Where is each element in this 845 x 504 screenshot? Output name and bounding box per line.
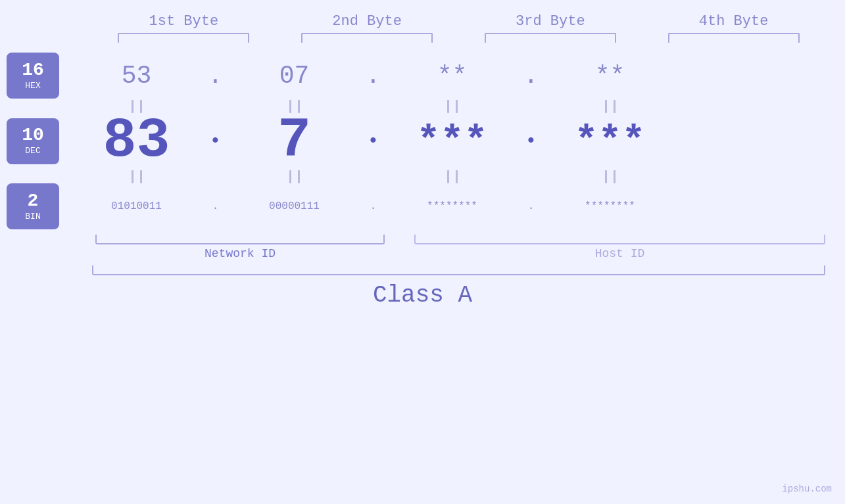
byte-headers: 1st Byte 2nd Byte 3rd Byte 4th Byte xyxy=(0,0,845,30)
dec-dot-3: • xyxy=(516,131,546,151)
dec-val-2: 7 xyxy=(230,113,358,169)
dec-badge-placeholder: 10 DEC xyxy=(0,118,72,164)
hex-number: 16 xyxy=(22,60,44,81)
bin-val-1: 01010011 xyxy=(72,200,201,212)
dec-values: 83 • 7 • *** • *** xyxy=(72,113,845,169)
hex-badge-placeholder: 16 HEX xyxy=(0,53,72,99)
network-id-label: Network ID xyxy=(95,247,385,260)
bin-badge: 2 BIN xyxy=(7,183,59,229)
hex-badge: 16 HEX xyxy=(7,53,59,99)
dec-val-3: *** xyxy=(388,122,516,161)
hex-val-4: ** xyxy=(546,62,674,90)
dec-row: 10 DEC 83 • 7 • *** • *** xyxy=(0,113,845,169)
bracket-byte4 xyxy=(668,33,800,43)
bin-val-3: ******** xyxy=(388,200,516,212)
bin-label: BIN xyxy=(25,212,40,222)
dec-label: DEC xyxy=(25,146,40,156)
connector-dec-bin-values xyxy=(72,170,845,183)
full-bottom-bracket xyxy=(92,265,825,275)
host-bracket xyxy=(414,235,825,244)
hex-val-2: 07 xyxy=(230,62,358,90)
hex-dot-3: . xyxy=(516,62,546,90)
bin-val-2: 00000111 xyxy=(230,200,358,212)
bracket-byte1 xyxy=(118,33,249,43)
byte4-header: 4th Byte xyxy=(668,13,800,30)
hex-values: 53 . 07 . ** . ** xyxy=(72,62,845,90)
bin-dot-3: . xyxy=(516,200,546,212)
bin-badge-placeholder: 2 BIN xyxy=(0,183,72,229)
connector-dec-bin xyxy=(0,170,845,183)
connector-hex-dec-values xyxy=(72,100,845,113)
top-brackets xyxy=(0,33,845,43)
bracket-byte3 xyxy=(485,33,616,43)
dec-number: 10 xyxy=(22,126,44,146)
hex-row: 16 HEX 53 . 07 . ** . ** xyxy=(0,53,845,99)
network-bracket xyxy=(95,235,385,244)
watermark: ipshu.com xyxy=(782,484,832,494)
hex-val-3: ** xyxy=(388,62,516,90)
bin-val-4: ******** xyxy=(546,200,674,212)
bin-dot-2: . xyxy=(358,200,388,212)
class-label: Class A xyxy=(0,282,845,309)
host-id-label: Host ID xyxy=(414,247,825,260)
main-container: 1st Byte 2nd Byte 3rd Byte 4th Byte 16 H… xyxy=(0,0,845,504)
bin-number: 2 xyxy=(28,191,39,212)
bin-dot-1: . xyxy=(201,200,230,212)
hex-dot-1: . xyxy=(201,62,230,90)
bin-values: 01010011 . 00000111 . ******** . *******… xyxy=(72,200,845,212)
dec-dot-1: • xyxy=(201,131,230,151)
bracket-byte2 xyxy=(301,33,433,43)
bin-row: 2 BIN 01010011 . 00000111 . ******** . *… xyxy=(0,183,845,229)
byte2-header: 2nd Byte xyxy=(301,13,433,30)
hex-dot-2: . xyxy=(358,62,388,90)
byte3-header: 3rd Byte xyxy=(485,13,616,30)
bottom-brackets-row xyxy=(0,235,845,244)
dec-val-4: *** xyxy=(546,122,674,161)
byte1-header: 1st Byte xyxy=(118,13,249,30)
dec-val-1: 83 xyxy=(72,113,201,169)
dec-badge: 10 DEC xyxy=(7,118,59,164)
hex-val-1: 53 xyxy=(72,62,201,90)
id-labels-row: Network ID Host ID xyxy=(0,247,845,260)
dec-dot-2: • xyxy=(358,131,388,151)
hex-label: HEX xyxy=(25,81,40,91)
